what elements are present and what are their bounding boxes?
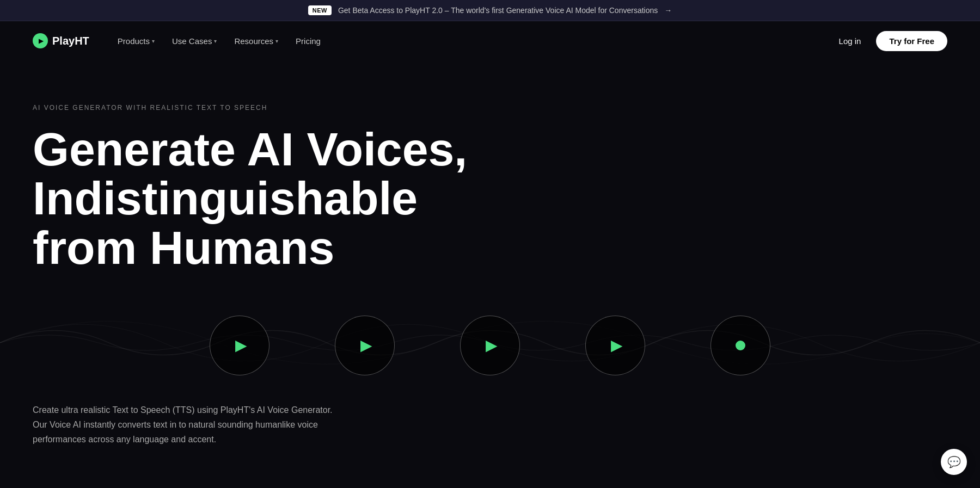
- nav-link-use-cases[interactable]: Use Cases ▾: [166, 32, 223, 50]
- banner-arrow: →: [664, 6, 672, 15]
- chevron-down-icon: ▾: [275, 38, 278, 44]
- banner-text: Get Beta Access to PlayHT 2.0 – The worl…: [338, 6, 658, 15]
- chevron-down-icon: ▾: [152, 38, 155, 44]
- play-icon: ▶: [611, 336, 623, 354]
- active-dot-icon: [736, 341, 745, 350]
- player-2[interactable]: ▶: [335, 316, 395, 375]
- new-badge: NEW: [308, 5, 332, 15]
- nav-left: PlayHT Products ▾ Use Cases ▾ Resources …: [33, 32, 327, 50]
- nav-right: Log in Try for Free: [832, 31, 947, 51]
- chat-widget[interactable]: 💬: [941, 449, 967, 475]
- hero-section: AI VOICE GENERATOR WITH REALISTIC TEXT T…: [0, 60, 980, 294]
- top-banner[interactable]: NEW Get Beta Access to PlayHT 2.0 – The …: [0, 0, 980, 21]
- nav-link-products[interactable]: Products ▾: [111, 32, 161, 50]
- hero-title-line1: Generate AI Voices,: [33, 123, 467, 175]
- logo[interactable]: PlayHT: [33, 33, 89, 48]
- player-4[interactable]: ▶: [585, 316, 645, 375]
- logo-text: PlayHT: [52, 35, 89, 47]
- nav-links: Products ▾ Use Cases ▾ Resources ▾ Prici…: [111, 32, 327, 50]
- nav-link-pricing[interactable]: Pricing: [289, 32, 327, 50]
- hero-title: Generate AI Voices, Indistinguishable fr…: [33, 125, 523, 272]
- hero-title-line2: Indistinguishable from Humans: [33, 172, 418, 273]
- play-icon: ▶: [486, 336, 498, 354]
- logo-icon: [33, 33, 48, 48]
- login-button[interactable]: Log in: [832, 32, 868, 50]
- player-1[interactable]: ▶: [210, 316, 270, 375]
- player-section: ▶ ▶ ▶ ▶: [0, 294, 980, 392]
- hero-eyebrow: AI VOICE GENERATOR WITH REALISTIC TEXT T…: [33, 104, 947, 112]
- chat-icon: 💬: [947, 455, 961, 468]
- try-free-button[interactable]: Try for Free: [876, 31, 947, 51]
- navbar: PlayHT Products ▾ Use Cases ▾ Resources …: [0, 21, 980, 60]
- play-icon: ▶: [360, 336, 372, 354]
- player-3[interactable]: ▶: [460, 316, 520, 375]
- players-row: ▶ ▶ ▶ ▶: [0, 316, 980, 375]
- nav-link-resources[interactable]: Resources ▾: [228, 32, 285, 50]
- chevron-down-icon: ▾: [214, 38, 217, 44]
- play-icon: ▶: [235, 336, 247, 354]
- hero-description: Create ultra realistic Text to Speech (T…: [0, 392, 381, 469]
- player-5[interactable]: [710, 316, 770, 375]
